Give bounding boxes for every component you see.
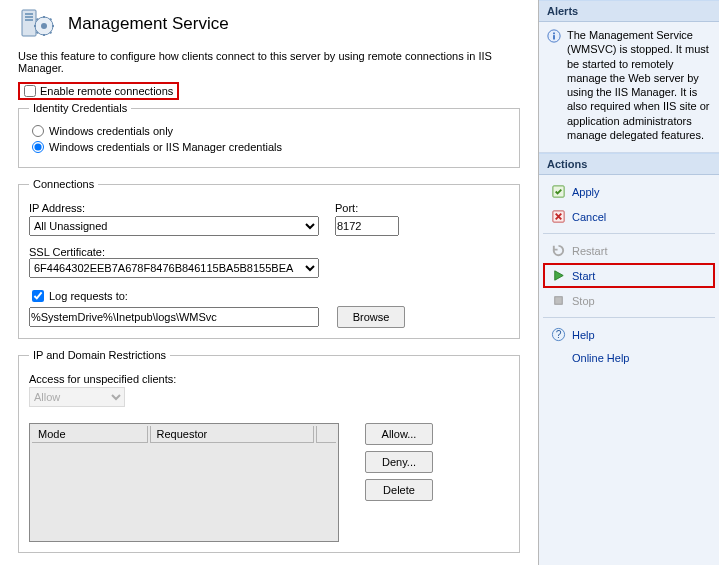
port-input[interactable] xyxy=(335,216,399,236)
delete-button[interactable]: Delete xyxy=(365,479,433,501)
col-spacer xyxy=(316,426,336,443)
enable-remote-highlight: Enable remote connections xyxy=(18,82,179,100)
start-label: Start xyxy=(572,270,595,282)
enable-remote-checkbox[interactable] xyxy=(24,85,36,97)
access-unspecified-label: Access for unspecified clients: xyxy=(29,373,509,385)
log-requests-checkbox[interactable] xyxy=(32,290,44,302)
help-icon: ? xyxy=(551,327,566,342)
svg-rect-3 xyxy=(25,19,33,21)
help-action[interactable]: ? Help xyxy=(543,322,715,347)
alert-text: The Management Service (WMSVC) is stoppe… xyxy=(567,28,711,142)
windows-or-iis-label: Windows credentials or IIS Manager crede… xyxy=(49,141,282,153)
cancel-action[interactable]: Cancel xyxy=(543,204,715,229)
restart-label: Restart xyxy=(572,245,607,257)
col-mode[interactable]: Mode xyxy=(32,426,148,443)
ssl-certificate-label: SSL Certificate: xyxy=(29,246,105,258)
side-panel: Alerts The Management Service (WMSVC) is… xyxy=(539,0,719,565)
svg-rect-11 xyxy=(555,297,563,305)
identity-credentials-group: Identity Credentials Windows credentials… xyxy=(18,102,520,168)
svg-text:?: ? xyxy=(556,329,562,340)
svg-rect-8 xyxy=(553,33,555,35)
help-label: Help xyxy=(572,329,595,341)
info-icon xyxy=(547,29,561,43)
deny-button[interactable]: Deny... xyxy=(365,451,433,473)
browse-button[interactable]: Browse xyxy=(337,306,405,328)
svg-rect-1 xyxy=(25,13,33,15)
identity-legend: Identity Credentials xyxy=(29,102,131,114)
restrictions-legend: IP and Domain Restrictions xyxy=(29,349,170,361)
stop-label: Stop xyxy=(572,295,595,307)
ip-address-label: IP Address: xyxy=(29,202,319,214)
online-help-label: Online Help xyxy=(572,352,629,364)
col-requestor[interactable]: Requestor xyxy=(150,426,315,443)
stop-icon xyxy=(551,293,566,308)
port-label: Port: xyxy=(335,202,399,214)
cancel-icon xyxy=(551,209,566,224)
cancel-label: Cancel xyxy=(572,211,606,223)
svg-rect-2 xyxy=(25,16,33,18)
main-panel: Management Service Use this feature to c… xyxy=(0,0,539,565)
ssl-certificate-select[interactable]: 6F4464302EEB7A678F8476B846115BA5B8155BEA xyxy=(29,258,319,278)
start-action[interactable]: Start xyxy=(543,263,715,288)
online-help-action[interactable]: Online Help xyxy=(543,347,715,369)
svg-point-5 xyxy=(41,23,47,29)
stop-action: Stop xyxy=(543,288,715,313)
ip-domain-restrictions-group: IP and Domain Restrictions Access for un… xyxy=(18,349,520,553)
apply-label: Apply xyxy=(572,186,600,198)
ip-address-select[interactable]: All Unassigned xyxy=(29,216,319,236)
restrictions-table[interactable]: Mode Requestor xyxy=(29,423,339,542)
windows-or-iis-radio[interactable] xyxy=(32,141,44,153)
management-service-icon xyxy=(18,6,58,42)
restart-icon xyxy=(551,243,566,258)
page-title: Management Service xyxy=(68,14,229,34)
connections-group: Connections IP Address: All Unassigned P… xyxy=(18,178,520,339)
allow-button[interactable]: Allow... xyxy=(365,423,433,445)
apply-action[interactable]: Apply xyxy=(543,179,715,204)
restart-action: Restart xyxy=(543,238,715,263)
alerts-header: Alerts xyxy=(539,0,719,22)
windows-only-label: Windows credentials only xyxy=(49,125,173,137)
page-description: Use this feature to configure how client… xyxy=(18,50,520,74)
log-requests-label: Log requests to: xyxy=(49,290,128,302)
connections-legend: Connections xyxy=(29,178,98,190)
windows-only-radio[interactable] xyxy=(32,125,44,137)
enable-remote-label: Enable remote connections xyxy=(40,85,173,97)
log-path-input[interactable] xyxy=(29,307,319,327)
svg-rect-7 xyxy=(553,35,555,39)
access-unspecified-select[interactable]: Allow xyxy=(29,387,125,407)
apply-icon xyxy=(551,184,566,199)
start-icon xyxy=(551,268,566,283)
actions-header: Actions xyxy=(539,153,719,175)
